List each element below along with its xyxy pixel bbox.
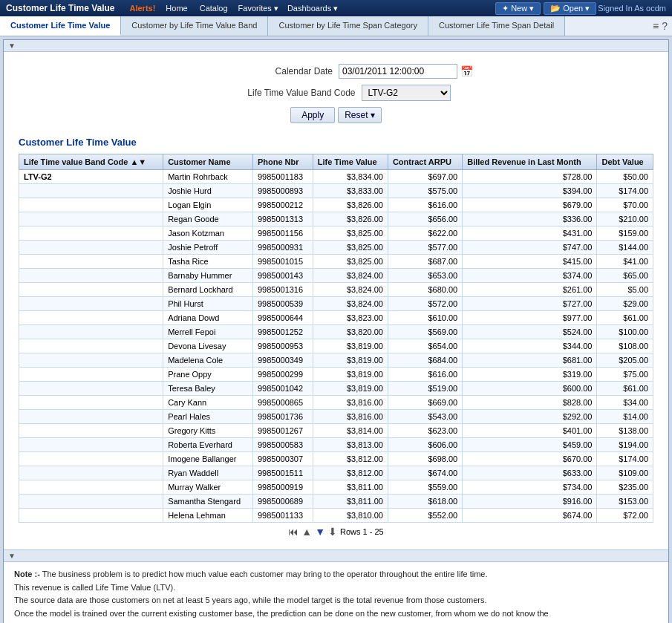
cell-arpu: $572.00 xyxy=(388,297,462,311)
cell-phone: 9985000644 xyxy=(252,311,313,325)
cell-name: Teresa Baley xyxy=(163,382,253,396)
cell-debt: $100.00 xyxy=(597,325,653,339)
next-page-icon[interactable]: ▼ xyxy=(315,526,325,538)
cell-ltv: $3,819.00 xyxy=(313,353,388,368)
first-page-icon[interactable]: ⏮ xyxy=(288,526,299,538)
table-row: Teresa Baley 9985001042 $3,819.00 $519.0… xyxy=(19,382,653,396)
cell-arpu: $552.00 xyxy=(388,509,462,523)
table-row: Cary Kann 9985000865 $3,816.00 $669.00 $… xyxy=(19,396,653,410)
help-icon[interactable]: ? xyxy=(662,20,668,32)
table-body: LTV-G2 Martin Rohrback 9985001183 $3,834… xyxy=(19,170,653,523)
cell-debt: $5.00 xyxy=(597,283,653,297)
cell-ltv: $3,825.00 xyxy=(313,255,388,269)
nav-catalog[interactable]: Catalog xyxy=(195,2,232,14)
cell-debt: $109.00 xyxy=(597,466,653,480)
col-arpu: Contract ARPU xyxy=(388,154,462,170)
cell-arpu: $622.00 xyxy=(388,226,462,241)
cell-band xyxy=(19,269,163,283)
cell-billed: $344.00 xyxy=(463,339,597,353)
cell-arpu: $674.00 xyxy=(388,466,462,480)
cell-phone: 9985001156 xyxy=(252,226,313,241)
cell-ltv: $3,824.00 xyxy=(313,269,388,283)
calendar-icon[interactable]: 📅 xyxy=(460,65,473,77)
cell-name: Adriana Dowd xyxy=(163,311,253,325)
cell-debt: $14.00 xyxy=(597,410,653,424)
cell-ltv: $3,820.00 xyxy=(313,325,388,339)
col-billed: Billed Revenue in Last Month xyxy=(463,154,597,170)
cell-arpu: $697.00 xyxy=(388,170,462,184)
cell-band xyxy=(19,353,163,368)
cell-phone: 9985000143 xyxy=(252,269,313,283)
tab-bar-icons: ≡ ? xyxy=(648,16,672,36)
cell-band xyxy=(19,212,163,226)
cell-phone: 9985000349 xyxy=(252,353,313,368)
nav-dashboards[interactable]: Dashboards ▾ xyxy=(284,2,341,15)
cell-debt: $210.00 xyxy=(597,212,653,226)
cell-name: Pearl Hales xyxy=(163,410,253,424)
cell-billed: $916.00 xyxy=(463,495,597,509)
signed-in-label: Signed In As ocdm xyxy=(598,4,666,13)
prev-page-icon[interactable]: ▲ xyxy=(301,526,312,538)
cell-debt: $108.00 xyxy=(597,339,653,353)
tab-lvband[interactable]: Customer by Life Time Value Band xyxy=(121,16,268,36)
table-row: Samantha Stengard 9985000689 $3,811.00 $… xyxy=(19,495,653,509)
cell-name: Samantha Stengard xyxy=(163,495,253,509)
cell-band xyxy=(19,226,163,241)
table-row: Madelena Cole 9985000349 $3,819.00 $684.… xyxy=(19,353,653,368)
cell-arpu: $656.00 xyxy=(388,212,462,226)
cell-ltv: $3,811.00 xyxy=(313,480,388,495)
cell-phone: 9985000953 xyxy=(252,339,313,353)
cell-name: Madelena Cole xyxy=(163,353,253,368)
table-row: Devona Livesay 9985000953 $3,819.00 $654… xyxy=(19,339,653,353)
download-icon[interactable]: ⬇ xyxy=(328,526,337,538)
tab-spancat[interactable]: Customer by Life Time Span Category xyxy=(268,16,428,36)
cell-name: Tasha Rice xyxy=(163,255,253,269)
top-navigation: Customer Life Time Value Alerts! Home Ca… xyxy=(0,0,672,16)
nav-home[interactable]: Home xyxy=(161,2,192,14)
nav-favorites[interactable]: Favorites ▾ xyxy=(235,2,281,15)
cell-name: Bernard Lockhard xyxy=(163,283,253,297)
new-button[interactable]: ✦ New ▾ xyxy=(495,2,541,15)
cell-ltv: $3,826.00 xyxy=(313,198,388,212)
cell-debt: $75.00 xyxy=(597,368,653,382)
cell-billed: $319.00 xyxy=(463,368,597,382)
table-row: Bernard Lockhard 9985001316 $3,824.00 $6… xyxy=(19,283,653,297)
apply-button[interactable]: Apply xyxy=(290,107,335,123)
cell-billed: $600.00 xyxy=(463,382,597,396)
cell-ltv: $3,810.00 xyxy=(313,509,388,523)
alerts-button[interactable]: Alerts! xyxy=(130,4,156,13)
cell-billed: $336.00 xyxy=(463,212,597,226)
open-button[interactable]: 📂 Open ▾ xyxy=(544,2,596,15)
cell-ltv: $3,813.00 xyxy=(313,438,388,452)
tab-cltv[interactable]: Customer Life Time Value xyxy=(0,16,121,36)
settings-icon[interactable]: ≡ xyxy=(653,20,659,32)
ltv-band-label: Life Time Value Band Code xyxy=(222,88,356,98)
cell-band xyxy=(19,480,163,495)
cell-arpu: $654.00 xyxy=(388,339,462,353)
tab-spandetail[interactable]: Customer Life Time Span Detail xyxy=(428,16,565,36)
ltv-band-select[interactable]: LTV-G2 xyxy=(362,85,451,101)
cell-ltv: $3,814.00 xyxy=(313,424,388,438)
cell-phone: 9985000307 xyxy=(252,452,313,466)
cell-band xyxy=(19,325,163,339)
cell-ltv: $3,834.00 xyxy=(313,170,388,184)
table-row: Roberta Everhard 9985000583 $3,813.00 $6… xyxy=(19,438,653,452)
cell-band xyxy=(19,184,163,198)
note-content: Note :- The business problem is to predi… xyxy=(4,562,668,623)
cell-ltv: $3,819.00 xyxy=(313,339,388,353)
cell-billed: $374.00 xyxy=(463,269,597,283)
cell-billed: $670.00 xyxy=(463,452,597,466)
cell-billed: $633.00 xyxy=(463,466,597,480)
cell-phone: 9985001133 xyxy=(252,509,313,523)
cell-debt: $50.00 xyxy=(597,170,653,184)
table-header-row: Life Time value Band Code ▲▼ Customer Na… xyxy=(19,154,653,170)
note-collapse-arrow[interactable]: ▼ xyxy=(8,552,16,560)
main-content-area: ▼ Calendar Date 📅 Life Time Value Band C… xyxy=(3,39,669,623)
top-collapse-arrow[interactable]: ▼ xyxy=(8,42,16,50)
cell-name: Imogene Ballanger xyxy=(163,452,253,466)
cell-arpu: $559.00 xyxy=(388,480,462,495)
calendar-input[interactable] xyxy=(339,64,457,79)
cell-band xyxy=(19,297,163,311)
table-row: Murray Walker 9985000919 $3,811.00 $559.… xyxy=(19,480,653,495)
reset-button[interactable]: Reset ▾ xyxy=(338,107,382,123)
